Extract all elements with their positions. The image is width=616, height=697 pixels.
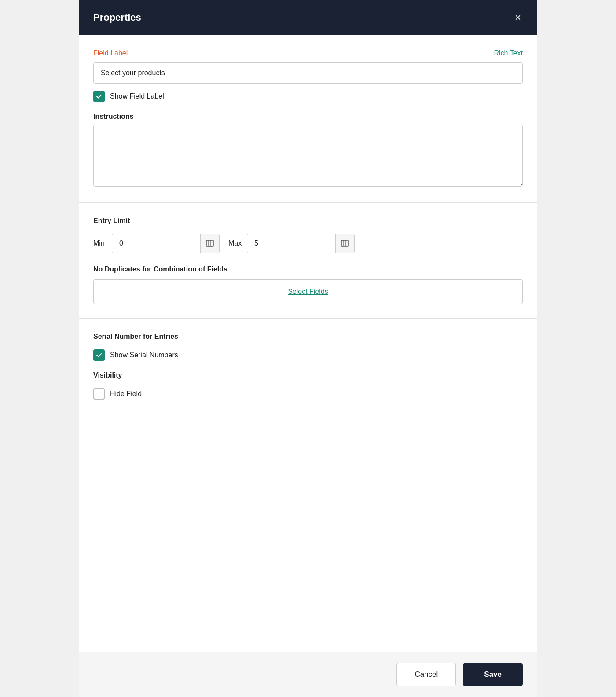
cancel-button[interactable]: Cancel — [396, 663, 456, 686]
entry-limit-section: Entry Limit Min — [93, 217, 523, 304]
show-serial-numbers-text: Show Serial Numbers — [110, 351, 178, 359]
show-serial-numbers-row: Show Serial Numbers — [93, 349, 523, 361]
entry-limit-heading: Entry Limit — [93, 217, 523, 225]
max-input[interactable] — [247, 234, 335, 253]
show-field-label-text: Show Field Label — [110, 92, 164, 100]
no-duplicates-heading: No Duplicates for Combination of Fields — [93, 265, 523, 273]
visibility-section: Visibility Hide Field — [93, 371, 523, 400]
show-field-label-row: Show Field Label — [93, 91, 523, 102]
max-group: Max — [228, 234, 355, 253]
serial-number-heading: Serial Number for Entries — [93, 333, 523, 341]
min-input-wrapper — [112, 234, 220, 253]
svg-rect-0 — [206, 240, 213, 246]
field-label-row: Field Label Rich Text — [93, 49, 523, 57]
field-label-section: Field Label Rich Text Show Field Label — [93, 49, 523, 102]
divider-2 — [79, 318, 537, 319]
max-picker-button[interactable] — [335, 234, 354, 253]
properties-modal: Properties × Field Label Rich Text Show … — [79, 0, 537, 697]
instructions-heading: Instructions — [93, 113, 523, 121]
hide-field-checkbox[interactable] — [93, 388, 105, 400]
modal-body: Field Label Rich Text Show Field Label I… — [79, 35, 537, 652]
modal-footer: Cancel Save — [79, 652, 537, 697]
field-label-heading: Field Label — [93, 49, 128, 57]
serial-number-section: Serial Number for Entries Show Serial Nu… — [93, 333, 523, 361]
show-serial-numbers-checkbox[interactable] — [93, 349, 105, 361]
rich-text-button[interactable]: Rich Text — [494, 49, 523, 57]
select-fields-button[interactable]: Select Fields — [93, 279, 523, 304]
min-group: Min — [93, 234, 220, 253]
visibility-heading: Visibility — [93, 371, 523, 379]
modal-title: Properties — [93, 12, 141, 23]
hide-field-row: Hide Field — [93, 388, 523, 400]
min-input[interactable] — [112, 234, 200, 253]
min-picker-button[interactable] — [200, 234, 219, 253]
divider-1 — [79, 202, 537, 203]
field-label-input[interactable] — [93, 62, 523, 84]
min-label: Min — [93, 239, 107, 247]
modal-header: Properties × — [79, 0, 537, 35]
max-input-wrapper — [247, 234, 355, 253]
entry-limit-row: Min Max — [93, 234, 523, 253]
instructions-section: Instructions — [93, 113, 523, 188]
instructions-textarea[interactable] — [93, 125, 523, 187]
close-button[interactable]: × — [513, 11, 523, 25]
save-button[interactable]: Save — [463, 663, 523, 686]
max-label: Max — [228, 239, 242, 247]
show-field-label-checkbox[interactable] — [93, 91, 105, 102]
hide-field-text: Hide Field — [110, 390, 142, 398]
svg-rect-4 — [341, 240, 348, 246]
